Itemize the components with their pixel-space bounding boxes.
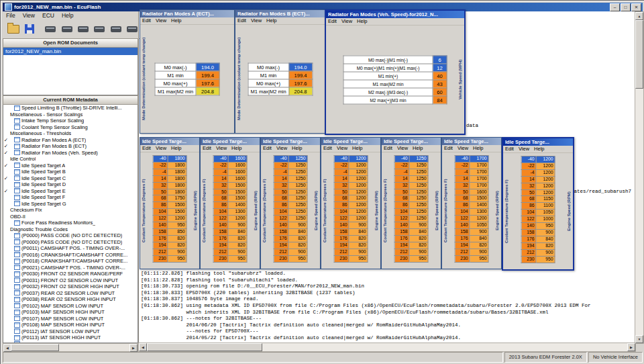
value-cell[interactable]: 194.0 <box>196 63 219 71</box>
tree-item[interactable]: (P0018) CRANKSHAFT/CAMSHAFT CORRE... <box>3 258 138 265</box>
rpm-cell[interactable]: 1500 <box>228 182 247 189</box>
temp-cell[interactable]: 122 <box>455 216 470 222</box>
rpm-cell[interactable]: 820 <box>228 235 247 242</box>
rpm-cell[interactable]: 1250 <box>288 156 307 163</box>
rpm-cell[interactable]: 820 <box>409 235 428 242</box>
rpm-cell[interactable]: 1250 <box>409 209 428 216</box>
temp-cell[interactable]: 176 <box>394 235 409 242</box>
tree-item[interactable]: (P0000) PASS CODE (NO DTC DETECTED) <box>3 232 138 239</box>
rpm-cell[interactable]: 1250 <box>288 216 307 222</box>
rpm-cell[interactable]: 820 <box>168 235 186 242</box>
rpm-cell[interactable]: 1200 <box>349 182 368 189</box>
temp-cell[interactable]: 68 <box>455 195 470 202</box>
rpm-cell[interactable]: 1250 <box>409 162 428 169</box>
temp-cell[interactable]: 194 <box>521 242 536 249</box>
tree-category[interactable]: Idle Control <box>3 156 138 163</box>
child-menu-help[interactable]: Help <box>171 145 181 152</box>
child-menu-view[interactable]: View <box>519 146 529 152</box>
child-menu-view[interactable]: View <box>458 145 468 152</box>
rpm-cell[interactable]: 840 <box>536 236 555 242</box>
temp-cell[interactable]: 32 <box>213 182 228 189</box>
tree-item[interactable]: ✓Radiator Fan Modes (Veh. Speed) <box>3 150 138 156</box>
temp-cell[interactable]: 158 <box>213 228 228 235</box>
child-window-titlebar[interactable]: Idle Speed Targe... <box>442 138 501 145</box>
rpm-cell[interactable]: 820 <box>349 242 368 248</box>
temp-cell[interactable]: 140 <box>153 222 168 229</box>
rpm-cell[interactable]: 1050 <box>470 222 488 229</box>
rpm-cell[interactable]: 950 <box>228 255 247 262</box>
temp-cell[interactable]: -4 <box>334 169 349 175</box>
rpm-cell[interactable]: 840 <box>409 228 428 235</box>
rpm-cell[interactable]: 1600 <box>228 169 247 175</box>
temp-cell[interactable]: 212 <box>521 249 536 256</box>
tree-item[interactable]: Force Pass Readiness Monitors_ <box>3 220 138 226</box>
rpm-cell[interactable]: 1700 <box>470 175 488 182</box>
value-cell[interactable]: 197.6 <box>196 79 219 87</box>
temp-cell[interactable]: 86 <box>153 202 168 209</box>
rpm-cell[interactable]: 1700 <box>470 162 488 169</box>
tree-item[interactable]: ✓Radiator Fan Modes B (ECT) <box>3 143 138 150</box>
rpm-cell[interactable]: 1200 <box>536 169 555 176</box>
child-menu-view[interactable]: View <box>251 17 262 24</box>
temp-cell[interactable]: 122 <box>394 216 409 222</box>
temp-cell[interactable]: 194 <box>334 242 349 248</box>
temp-cell[interactable]: 230 <box>274 255 288 262</box>
tree-item[interactable]: Idle Speed Target F <box>3 194 138 201</box>
temp-cell[interactable]: 50 <box>334 189 349 195</box>
child-window-titlebar[interactable]: Radiator Fan Modes (Veh. Speed)-for2012_… <box>326 11 464 18</box>
rpm-cell[interactable]: 1250 <box>409 189 428 195</box>
scroll-down-button[interactable]: ▼ <box>635 335 643 343</box>
tree-item[interactable]: ✓Idle Speed Target E <box>3 188 138 195</box>
tree-category[interactable]: Checksum Fix <box>3 207 138 214</box>
temp-cell[interactable]: 86 <box>521 203 536 210</box>
temp-cell[interactable]: 32 <box>394 182 409 189</box>
temp-cell[interactable]: 86 <box>455 202 470 209</box>
rpm-cell[interactable]: 1200 <box>536 156 555 163</box>
tree-category[interactable]: Diagnostic Trouble Codes <box>3 226 138 233</box>
temp-cell[interactable]: 122 <box>213 216 228 222</box>
value-cell[interactable]: 43 <box>433 80 447 88</box>
temp-cell[interactable]: 122 <box>153 216 168 222</box>
child-window-titlebar[interactable]: Idle Speed Targe... <box>261 138 320 145</box>
rpm-cell[interactable]: 900 <box>409 248 428 255</box>
tree-item[interactable]: (P0103) MAF SENSOR HIGH INPUT <box>3 309 138 316</box>
rpm-cell[interactable]: 900 <box>168 248 186 255</box>
rpm-cell[interactable]: 900 <box>470 248 488 255</box>
temp-cell[interactable]: 230 <box>521 256 536 263</box>
temp-cell[interactable]: 14 <box>153 175 168 182</box>
child-menu-edit[interactable]: Edit <box>263 145 272 152</box>
temp-cell[interactable]: 86 <box>394 202 409 209</box>
temp-cell[interactable]: 194 <box>153 242 168 248</box>
rpm-cell[interactable]: 820 <box>228 242 247 248</box>
tree-item[interactable]: (P0037) REAR O2 SENSOR LOW INPUT <box>3 290 138 297</box>
temp-cell[interactable]: 14 <box>213 175 228 182</box>
child-menu-edit[interactable]: Edit <box>203 145 211 152</box>
rpm-cell[interactable]: 1800 <box>168 162 186 169</box>
rpm-cell[interactable]: 1400 <box>470 202 488 209</box>
tree-item[interactable]: (P0011) CAMSHAFT POS. - TIMING OVER-... <box>3 245 138 252</box>
rpm-cell[interactable]: 1250 <box>409 216 428 222</box>
rpm-cell[interactable]: 820 <box>349 235 368 242</box>
temp-cell[interactable]: 32 <box>521 183 536 189</box>
tree-item[interactable]: (P0000) PASS CODE (NO DTC DETECTED) <box>3 239 138 246</box>
rpm-cell[interactable]: 1250 <box>288 195 307 202</box>
temp-cell[interactable]: 14 <box>455 175 470 182</box>
temp-cell[interactable]: 32 <box>274 182 288 189</box>
rpm-cell[interactable]: 1800 <box>168 169 186 175</box>
rpm-cell[interactable]: 1800 <box>168 182 186 189</box>
rpm-cell[interactable]: 1250 <box>409 202 428 209</box>
rpm-cell[interactable]: 900 <box>536 249 555 256</box>
temp-cell[interactable]: -22 <box>153 162 168 169</box>
temp-cell[interactable]: 68 <box>274 195 288 202</box>
temp-cell[interactable]: 176 <box>153 235 168 242</box>
temp-cell[interactable]: -4 <box>521 169 536 176</box>
mdi-vertical-scrollbar[interactable]: ▲ ▼ <box>635 11 644 344</box>
rpm-cell[interactable]: 1400 <box>228 202 247 209</box>
temp-cell[interactable]: 158 <box>394 228 409 235</box>
temp-cell[interactable]: 194 <box>394 242 409 248</box>
tree-item[interactable]: (P0031) FRONT O2 SENSOR LOW INPUT <box>3 277 138 284</box>
child-menu-help[interactable]: Help <box>266 17 276 24</box>
rpm-cell[interactable]: 820 <box>168 242 186 248</box>
rpm-cell[interactable]: 1800 <box>168 175 186 182</box>
child-menu-help[interactable]: Help <box>292 145 302 152</box>
